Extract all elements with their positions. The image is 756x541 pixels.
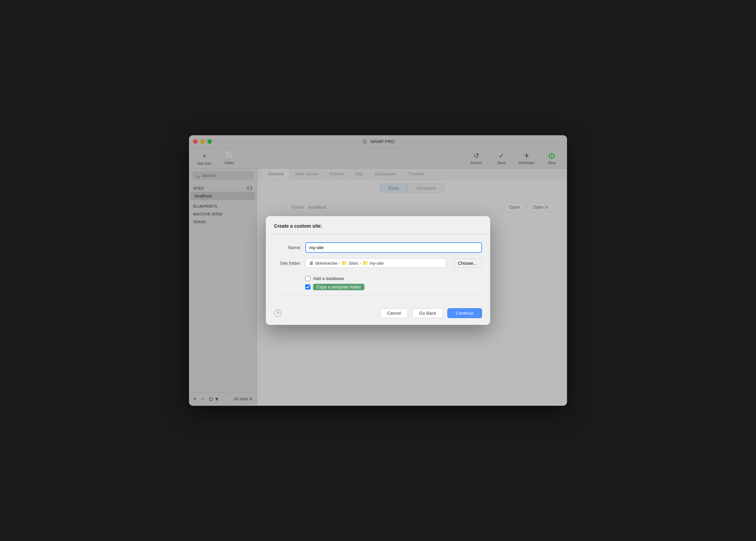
help-label: ? — [276, 311, 279, 316]
folder-part3: my-site — [370, 261, 384, 266]
modal-folder-path: 🖥 dirkeinecke › 📁 Sites › 📁 my-site — [305, 258, 446, 268]
copy-template-row: Copy a template folder — [305, 284, 482, 290]
copy-template-checkbox[interactable] — [305, 284, 310, 290]
computer-icon: 🖥 — [309, 260, 314, 266]
modal-header: Create a custom site: — [266, 216, 490, 234]
modal-checkboxes: Add a database Copy a template folder — [274, 273, 482, 296]
add-database-label: Add a database — [313, 276, 344, 281]
modal-name-row: Name: — [274, 242, 482, 253]
modal-name-label: Name: — [274, 245, 301, 250]
continue-button[interactable]: Continue — [447, 308, 482, 318]
mysite-folder-icon: 📁 — [362, 260, 368, 266]
add-database-row: Add a database — [305, 276, 482, 281]
modal-body: Name: Site folder: 🖥 dirkeinecke › 📁 Sit… — [266, 234, 490, 308]
modal-divider — [274, 296, 482, 296]
cancel-button[interactable]: Cancel — [380, 308, 408, 318]
modal-footer: ? Cancel Go Back Continue — [266, 308, 490, 325]
modal-folder-row: Site folder: 🖥 dirkeinecke › 📁 Sites › 📁… — [274, 258, 482, 268]
modal-backdrop: Create a custom site: Name: Site folder:… — [189, 135, 567, 406]
path-arrow-1: › — [339, 261, 340, 265]
folder-part1: dirkeinecke — [315, 261, 338, 266]
modal-title: Create a custom site: — [274, 223, 322, 229]
path-arrow-2: › — [360, 261, 361, 265]
app-window: 🐘 MAMP PRO ＋ Add Site ⬜ Editor ↺ Revert … — [189, 135, 567, 406]
create-custom-site-modal: Create a custom site: Name: Site folder:… — [266, 216, 490, 325]
go-back-button[interactable]: Go Back — [412, 308, 443, 318]
add-database-checkbox[interactable] — [305, 276, 310, 281]
help-button[interactable]: ? — [274, 310, 281, 317]
folder-part2: Sites — [348, 261, 358, 266]
modal-name-input[interactable] — [305, 242, 482, 253]
folder-choose-button[interactable]: Choose... — [453, 259, 482, 268]
modal-folder-label: Site folder: — [274, 261, 301, 266]
copy-template-label: Copy a template folder — [313, 284, 364, 290]
sites-folder-icon: 📁 — [341, 260, 347, 266]
